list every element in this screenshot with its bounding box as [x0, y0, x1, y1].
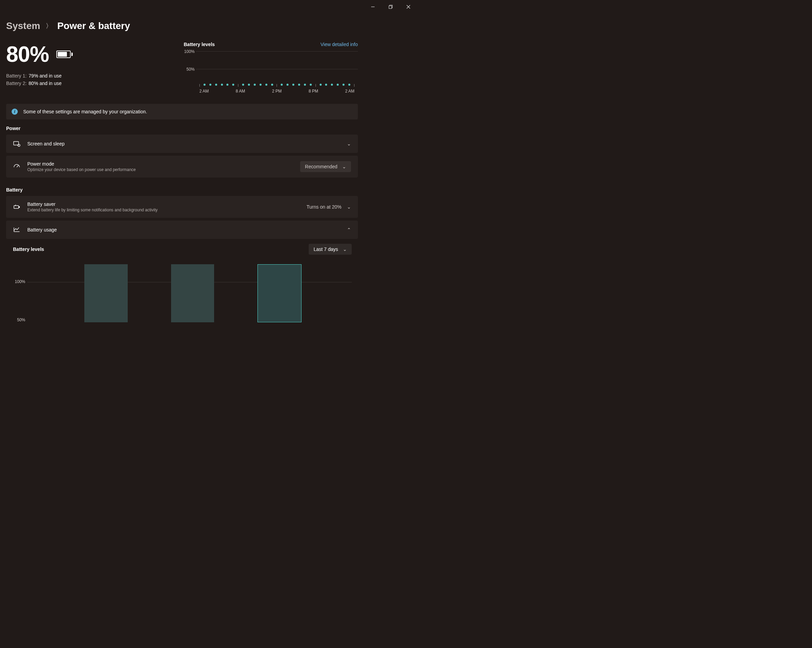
battery-1-status: Battery 1: 79% and in use [6, 73, 177, 79]
mini-x-label: 2 AM [345, 89, 354, 93]
mini-dot [320, 84, 322, 86]
mini-dot [209, 84, 211, 86]
power-mode-sub: Optimize your device based on power use … [27, 167, 293, 172]
mini-dot [331, 84, 333, 86]
svg-rect-8 [14, 206, 19, 208]
mini-dot [221, 84, 223, 86]
mini-dot [232, 84, 234, 86]
mini-tick [238, 84, 238, 87]
battery-usage-row[interactable]: Battery usage ⌃ [6, 221, 358, 239]
info-icon: i [12, 108, 18, 115]
banner-text: Some of these settings are managed by yo… [23, 109, 147, 114]
battery-usage-chart[interactable]: 100% 50% [27, 262, 352, 323]
org-managed-banner: i Some of these settings are managed by … [6, 104, 358, 119]
view-detailed-link[interactable]: View detailed info [321, 42, 358, 47]
battery-percentage: 80% [6, 42, 49, 67]
mini-dot [248, 84, 250, 86]
mini-dot [287, 84, 288, 86]
svg-rect-9 [19, 207, 20, 207]
mini-dot [203, 84, 206, 86]
mini-dot [325, 84, 327, 86]
battery-saver-row[interactable]: Battery saver Extend battery life by lim… [6, 196, 358, 218]
battery-saver-sub: Extend battery life by limiting some not… [27, 207, 300, 212]
usage-chart-title: Battery levels [13, 247, 44, 252]
mini-y-100: 100% [182, 49, 195, 54]
mini-y-50: 50% [182, 67, 195, 72]
mini-dot [215, 84, 217, 86]
chevron-down-icon: ⌄ [347, 204, 351, 210]
battery-saver-title: Battery saver [27, 201, 300, 207]
power-mode-row: Power mode Optimize your device based on… [6, 156, 358, 178]
mini-x-label: 2 AM [199, 89, 209, 93]
usage-bar[interactable] [258, 264, 302, 322]
power-mode-dropdown[interactable]: Recommended ⌄ [300, 161, 351, 172]
usage-y-100: 100% [10, 279, 25, 284]
chevron-down-icon: ⌄ [347, 141, 351, 146]
mini-chart-title: Battery levels [184, 42, 215, 47]
usage-bar[interactable] [214, 262, 258, 323]
svg-rect-5 [14, 142, 19, 145]
mini-dot [265, 84, 267, 86]
chevron-down-icon: ⌄ [343, 247, 347, 252]
maximize-button[interactable] [386, 3, 395, 10]
mini-dot [271, 84, 273, 86]
usage-bar[interactable] [128, 262, 171, 323]
usage-bar[interactable] [302, 262, 345, 323]
mini-dot [310, 84, 312, 86]
usage-y-50: 50% [10, 317, 25, 322]
mini-x-label: 8 PM [309, 89, 318, 93]
power-mode-selected: Recommended [305, 164, 337, 169]
battery-saver-icon [13, 203, 20, 210]
usage-bar[interactable] [171, 264, 214, 322]
chevron-up-icon: ⌃ [347, 227, 351, 232]
section-battery: Battery [6, 187, 358, 192]
svg-rect-2 [389, 6, 392, 9]
battery-saver-status: Turns on at 20% [307, 204, 342, 210]
usage-range-dropdown[interactable]: Last 7 days ⌄ [309, 244, 352, 255]
chevron-down-icon: ⌄ [342, 164, 346, 169]
breadcrumb: System 〉 Power & battery [6, 20, 358, 31]
mini-dot [281, 84, 283, 86]
mini-tick [199, 84, 200, 87]
mini-tick [316, 84, 316, 87]
mini-dot [292, 84, 295, 86]
mini-dot [298, 84, 300, 86]
battery-2-status: Battery 2: 80% and in use [6, 81, 177, 86]
battery-usage-icon [13, 226, 20, 233]
mini-dot [337, 84, 339, 86]
svg-point-6 [18, 144, 20, 146]
breadcrumb-parent[interactable]: System [6, 20, 40, 31]
chevron-right-icon: 〉 [46, 22, 52, 30]
svg-line-7 [17, 165, 18, 167]
mini-x-label: 8 AM [236, 89, 245, 93]
battery-mini-chart: 100% 50% 2 AM 8 AM 2 PM 8 PM 2 AM [196, 51, 358, 92]
usage-bar[interactable] [41, 262, 84, 323]
close-button[interactable] [404, 3, 413, 10]
usage-bar[interactable] [84, 264, 128, 322]
mini-x-label: 2 PM [272, 89, 282, 93]
mini-dot [242, 84, 244, 86]
screen-sleep-title: Screen and sleep [27, 141, 340, 146]
usage-range-selected: Last 7 days [313, 247, 338, 252]
mini-dot [254, 84, 256, 86]
mini-dot [348, 84, 350, 86]
mini-dot [259, 84, 261, 86]
battery-icon [56, 50, 73, 58]
power-mode-title: Power mode [27, 161, 293, 166]
screen-and-sleep-row[interactable]: Screen and sleep ⌄ [6, 134, 358, 153]
battery-usage-title: Battery usage [27, 227, 340, 232]
mini-tick [276, 84, 277, 87]
mini-tick [354, 84, 354, 87]
mini-dot [304, 84, 306, 86]
screen-sleep-icon [13, 140, 20, 148]
mini-dot [342, 84, 345, 86]
power-mode-icon [13, 163, 20, 170]
page-title: Power & battery [57, 20, 130, 31]
section-power: Power [6, 126, 358, 131]
minimize-button[interactable] [368, 3, 378, 10]
mini-dot [226, 84, 229, 86]
